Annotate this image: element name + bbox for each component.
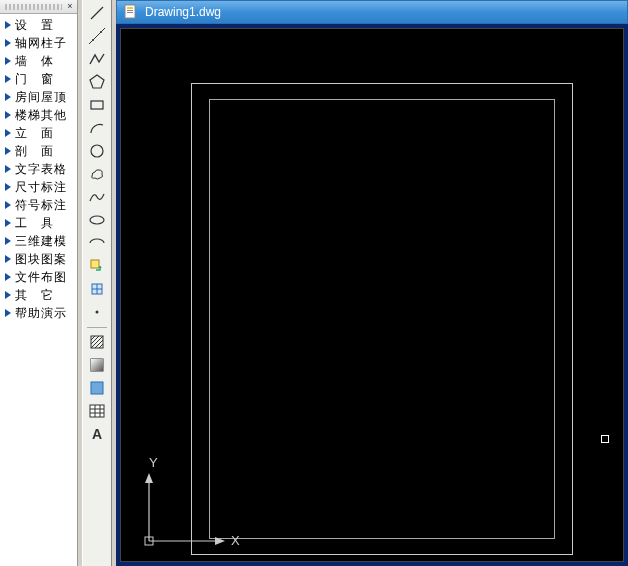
ellipse-arc-tool[interactable] xyxy=(85,232,109,254)
panel-close-button[interactable]: × xyxy=(65,2,75,12)
panel-header: × xyxy=(0,0,77,14)
line-tool[interactable] xyxy=(85,2,109,24)
polyline-tool[interactable] xyxy=(85,48,109,70)
svg-marker-8 xyxy=(5,165,11,173)
sidebar-item-doors-windows[interactable]: 门 窗 xyxy=(0,70,77,88)
insert-block-tool[interactable] xyxy=(85,255,109,277)
sidebar-item-elevation[interactable]: 立 面 xyxy=(0,124,77,142)
sidebar-item-settings[interactable]: 设 置 xyxy=(0,16,77,34)
draw-toolbar: A xyxy=(82,0,112,566)
text-tool[interactable]: A xyxy=(85,423,109,445)
expand-icon xyxy=(4,111,12,119)
svg-marker-15 xyxy=(5,291,11,299)
svg-line-36 xyxy=(99,344,103,348)
svg-line-32 xyxy=(91,336,95,340)
expand-icon xyxy=(4,165,12,173)
sidebar-item-label: 尺寸标注 xyxy=(15,179,67,196)
model-space[interactable]: Y X xyxy=(120,28,624,562)
circle-tool[interactable] xyxy=(85,140,109,162)
sidebar-item-dimensions[interactable]: 尺寸标注 xyxy=(0,178,77,196)
sidebar-item-label: 符号标注 xyxy=(15,197,67,214)
svg-rect-46 xyxy=(125,5,135,18)
svg-marker-12 xyxy=(5,237,11,245)
ellipse-tool[interactable] xyxy=(85,209,109,231)
hatch-tool[interactable] xyxy=(85,331,109,353)
svg-point-24 xyxy=(90,216,104,224)
sidebar-item-label: 房间屋顶 xyxy=(15,89,67,106)
sidebar-item-grid-columns[interactable]: 轴网柱子 xyxy=(0,34,77,52)
sidebar-item-tools[interactable]: 工 具 xyxy=(0,214,77,232)
svg-rect-25 xyxy=(91,260,99,268)
category-list: 设 置 轴网柱子 墙 体 门 窗 房间屋顶 楼梯其他 立 面 剖 面 xyxy=(0,14,77,324)
region-tool[interactable] xyxy=(85,377,109,399)
svg-marker-5 xyxy=(5,111,11,119)
sidebar-item-label: 轴网柱子 xyxy=(15,35,67,52)
svg-text:A: A xyxy=(92,426,102,442)
svg-rect-22 xyxy=(91,101,103,109)
table-tool[interactable] xyxy=(85,400,109,422)
svg-marker-4 xyxy=(5,93,11,101)
sidebar-item-label: 立 面 xyxy=(15,125,54,142)
document-title-bar[interactable]: Drawing1.dwg xyxy=(116,0,628,24)
pick-box-cursor xyxy=(601,435,609,443)
sidebar-item-section[interactable]: 剖 面 xyxy=(0,142,77,160)
revision-cloud-tool[interactable] xyxy=(85,163,109,185)
svg-marker-13 xyxy=(5,255,11,263)
category-panel: × 设 置 轴网柱子 墙 体 门 窗 房间屋顶 楼梯其他 立 面 xyxy=(0,0,78,566)
expand-icon xyxy=(4,201,12,209)
svg-line-18 xyxy=(89,28,105,44)
expand-icon xyxy=(4,129,12,137)
sidebar-item-label: 文字表格 xyxy=(15,161,67,178)
toolbar-separator xyxy=(87,327,107,328)
svg-marker-53 xyxy=(215,537,225,545)
expand-icon xyxy=(4,75,12,83)
make-block-tool[interactable] xyxy=(85,278,109,300)
sidebar-item-3d-modeling[interactable]: 三维建模 xyxy=(0,232,77,250)
expand-icon xyxy=(4,219,12,227)
expand-icon xyxy=(4,291,12,299)
expand-icon xyxy=(4,147,12,155)
sidebar-item-label: 三维建模 xyxy=(15,233,67,250)
sidebar-item-text-tables[interactable]: 文字表格 xyxy=(0,160,77,178)
sidebar-item-symbols[interactable]: 符号标注 xyxy=(0,196,77,214)
sidebar-item-stairs[interactable]: 楼梯其他 xyxy=(0,106,77,124)
svg-marker-3 xyxy=(5,75,11,83)
polygon-tool[interactable] xyxy=(85,71,109,93)
expand-icon xyxy=(4,21,12,29)
svg-point-23 xyxy=(91,145,103,157)
sidebar-item-label: 楼梯其他 xyxy=(15,107,67,124)
expand-icon xyxy=(4,93,12,101)
sidebar-item-walls[interactable]: 墙 体 xyxy=(0,52,77,70)
svg-marker-14 xyxy=(5,273,11,281)
gradient-tool[interactable] xyxy=(85,354,109,376)
svg-marker-1 xyxy=(5,39,11,47)
drawing-window: Drawing1.dwg Y X xyxy=(116,0,628,566)
sidebar-item-help-demo[interactable]: 帮助演示 xyxy=(0,304,77,322)
document-title: Drawing1.dwg xyxy=(145,5,221,19)
svg-rect-48 xyxy=(127,10,133,11)
svg-line-35 xyxy=(95,340,103,348)
svg-marker-6 xyxy=(5,129,11,137)
arc-tool[interactable] xyxy=(85,117,109,139)
sidebar-item-label: 图块图案 xyxy=(15,251,67,268)
svg-marker-7 xyxy=(5,147,11,155)
sidebar-item-label: 帮助演示 xyxy=(15,305,67,322)
svg-marker-10 xyxy=(5,201,11,209)
sidebar-item-file-layout[interactable]: 文件布图 xyxy=(0,268,77,286)
rectangle-tool[interactable] xyxy=(85,94,109,116)
sidebar-item-room-roof[interactable]: 房间屋顶 xyxy=(0,88,77,106)
construction-line-tool[interactable] xyxy=(85,25,109,47)
svg-marker-21 xyxy=(90,75,104,88)
svg-marker-0 xyxy=(5,21,11,29)
expand-icon xyxy=(4,237,12,245)
expand-icon xyxy=(4,273,12,281)
sidebar-item-blocks-patterns[interactable]: 图块图案 xyxy=(0,250,77,268)
sidebar-item-other[interactable]: 其 它 xyxy=(0,286,77,304)
panel-grip[interactable] xyxy=(5,4,62,10)
spline-tool[interactable] xyxy=(85,186,109,208)
point-tool[interactable] xyxy=(85,301,109,323)
ucs-y-label: Y xyxy=(149,455,158,470)
sidebar-item-label: 墙 体 xyxy=(15,53,54,70)
sidebar-item-label: 其 它 xyxy=(15,287,54,304)
sidebar-item-label: 工 具 xyxy=(15,215,54,232)
